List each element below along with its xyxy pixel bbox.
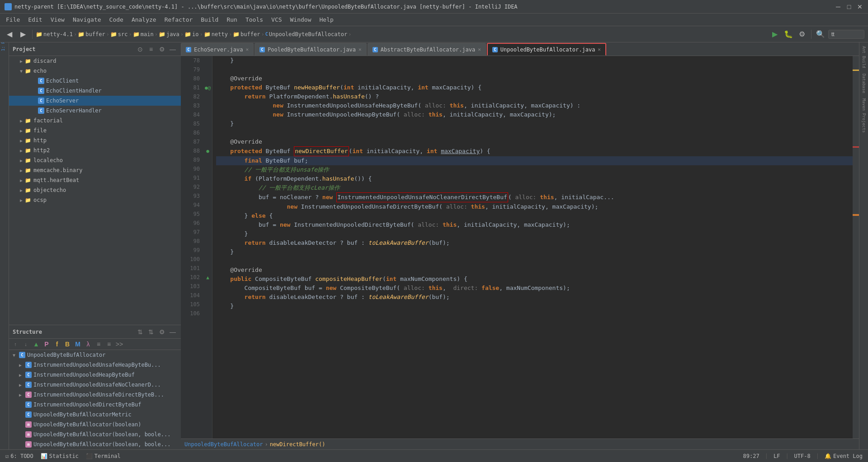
menu-navigate[interactable]: Navigate [69, 15, 105, 24]
breadcrumb-netty2[interactable]: 📁 [204, 31, 211, 37]
struct-hide-btn[interactable]: — [168, 327, 177, 336]
breadcrumb-buffer-label[interactable]: buffer [85, 31, 105, 37]
tree-item-factorial[interactable]: ▶ 📁 factorial [9, 116, 181, 126]
maximize-button[interactable]: □ [845, 3, 853, 10]
breadcrumb-src-label[interactable]: src [118, 31, 128, 37]
search-input[interactable] [828, 30, 864, 39]
tree-item-ocsp[interactable]: ▶ 📁 ocsp [9, 195, 181, 205]
tree-item-mqtt[interactable]: ▶ 📁 mqtt.heartBeat [9, 175, 181, 185]
search-everywhere-button[interactable]: 🔍 [815, 28, 826, 40]
breadcrumb-java-label[interactable]: java [166, 31, 179, 37]
tree-item-localecho[interactable]: ▶ 📁 localecho [9, 155, 181, 165]
menu-help[interactable]: Help [316, 15, 337, 24]
menu-file[interactable]: File [2, 15, 24, 24]
tab-close-echoserver[interactable]: ✕ [245, 47, 249, 52]
breadcrumb-io[interactable]: 📁 [184, 31, 191, 37]
breadcrumb-method-part[interactable]: newDirectBuffer() [270, 441, 326, 448]
tree-item-discard[interactable]: ▶ 📁 discard [9, 56, 181, 66]
maven-icon[interactable]: Maven Projects [862, 97, 866, 135]
tree-item-objectecho[interactable]: ▶ 📁 objectecho [9, 185, 181, 195]
tab-unpooled[interactable]: C UnpooledByteBufAllocator.java ✕ [487, 43, 606, 56]
minimize-button[interactable]: ─ [835, 3, 842, 10]
sort-type-btn[interactable]: ⇅ [146, 327, 156, 336]
statistic-status[interactable]: 📊 Statistic [39, 453, 80, 459]
breadcrumb-buffer[interactable]: 📁 [78, 31, 85, 37]
window-controls[interactable]: ─ □ ✕ [835, 3, 863, 10]
tab-pooledallocator[interactable]: C PooledByteBufAllocator.java ✕ [255, 43, 367, 56]
struct-m-btn[interactable]: M [73, 340, 82, 349]
breadcrumb-class[interactable]: C [265, 32, 268, 37]
menu-code[interactable]: Code [106, 15, 127, 24]
menu-vcs[interactable]: VCS [268, 15, 285, 24]
tree-item-echoclient[interactable]: C EchoClient [9, 76, 181, 86]
line-ending-status[interactable]: LF [772, 453, 782, 459]
sort-alpha-btn[interactable]: ⇅ [136, 327, 145, 336]
menu-view[interactable]: View [47, 15, 68, 24]
breadcrumb-main-label[interactable]: main [141, 31, 154, 37]
project-settings-btn[interactable]: ⚙ [157, 45, 166, 54]
tab-echoserver[interactable]: C EchoServer.java ✕ [181, 43, 254, 56]
tab-close-pooled[interactable]: ✕ [359, 47, 362, 52]
breadcrumb-netty[interactable]: 📁 [36, 31, 42, 37]
tree-item-file[interactable]: ▶ 📁 file [9, 126, 181, 135]
ant-build-icon[interactable]: Ant Build [862, 44, 866, 70]
struct-item-2[interactable]: ▶ C InstrumentedUnpooledHeapByteBuf [9, 370, 181, 380]
struct-item-6[interactable]: C UnpooledByteBufAllocatorMetric [9, 410, 181, 420]
struct-item-5[interactable]: C InstrumentedUnpooledDirectByteBuf [9, 400, 181, 410]
struct-b-btn[interactable]: B [63, 340, 72, 349]
sort-asc-btn[interactable]: ↑ [11, 340, 20, 349]
struct-settings-btn[interactable]: ⚙ [157, 327, 166, 336]
project-hide-btn[interactable]: — [168, 45, 177, 54]
encoding-status[interactable]: UTF-8 [793, 453, 812, 459]
tree-item-echo[interactable]: ▼ 📁 echo [9, 66, 181, 76]
tree-item-echoclienthandler[interactable]: C EchoClientHandler [9, 86, 181, 96]
breadcrumb-buffer2-label[interactable]: buffer [241, 31, 260, 37]
struct-item-root[interactable]: ▼ C UnpooledByteBufAllocator [9, 350, 181, 360]
menu-tools[interactable]: Tools [242, 15, 267, 24]
menu-analyze[interactable]: Analyze [128, 15, 160, 24]
struct-item-1[interactable]: ▶ C InstrumentedUnpooledUnsafeHeapByteBu… [9, 360, 181, 370]
project-icon[interactable]: 1: Project [1, 45, 8, 51]
menu-run[interactable]: Run [223, 15, 241, 24]
struct-arrow-up-btn[interactable]: ▲ [32, 340, 41, 349]
debug-button[interactable]: 🐛 [783, 28, 794, 40]
tab-abstract[interactable]: C AbstractByteBufAllocator.java ✕ [368, 43, 486, 56]
event-log-status[interactable]: 🔔 Event Log [823, 453, 864, 459]
tree-item-echoserverhandler[interactable]: C EchoServerHandler [9, 106, 181, 116]
menu-window[interactable]: Window [287, 15, 315, 24]
breadcrumb-java[interactable]: 📁 [159, 31, 165, 37]
terminal-status[interactable]: ⬛ Terminal [84, 453, 123, 459]
back-button[interactable]: ◀ [4, 28, 15, 40]
code-content[interactable]: } @Override protected ByteBuf newHeapBuf… [212, 56, 853, 439]
database-icon[interactable]: Database [862, 72, 866, 95]
project-scroll-to-btn[interactable]: ⊙ [136, 45, 145, 54]
tree-item-http[interactable]: ▶ 📁 http [9, 135, 181, 145]
breadcrumb-io-label[interactable]: io [192, 31, 198, 37]
tab-close-abstract[interactable]: ✕ [478, 47, 481, 52]
breadcrumb-class-label[interactable]: UnpooledByteBufAllocator [269, 31, 347, 37]
project-collapse-btn[interactable]: ≡ [146, 45, 156, 54]
struct-p-btn[interactable]: P [42, 340, 51, 349]
menu-edit[interactable]: Edit [24, 15, 46, 24]
tree-item-echoserver[interactable]: C EchoServer [9, 96, 181, 106]
struct-item-7[interactable]: m UnpooledByteBufAllocator(boolean) [9, 420, 181, 429]
tree-item-http2[interactable]: ▶ 📁 http2 [9, 145, 181, 155]
breadcrumb-class-part[interactable]: UnpooledByteBufAllocator [184, 441, 263, 448]
settings-button[interactable]: ⚙ [796, 28, 808, 40]
struct-item-9[interactable]: m UnpooledByteBufAllocator(boolean, bool… [9, 439, 181, 449]
todo-status[interactable]: ☑ 6: TODO [4, 453, 35, 459]
struct-expand-btn[interactable]: >> [115, 340, 124, 349]
struct-item-4[interactable]: ▶ C InstrumentedUnpooledUnsafeDirectByte… [9, 390, 181, 400]
struct-f-btn[interactable]: f [52, 340, 61, 349]
forward-button[interactable]: ▶ [17, 28, 29, 40]
breadcrumb-src[interactable]: 📁 [110, 31, 117, 37]
breadcrumb-buffer2[interactable]: 📁 [233, 31, 240, 37]
close-button[interactable]: ✕ [856, 3, 863, 10]
run-button[interactable]: ▶ [769, 28, 781, 40]
breadcrumb-netty2-label[interactable]: netty [212, 31, 228, 37]
struct-item-8[interactable]: m UnpooledByteBufAllocator(boolean, bool… [9, 429, 181, 439]
tree-item-memcache[interactable]: ▶ 📁 memcache.binary [9, 165, 181, 175]
breadcrumb-main[interactable]: 📁 [133, 31, 140, 37]
sort-desc-btn[interactable]: ↓ [21, 340, 30, 349]
menu-refactor[interactable]: Refactor [161, 15, 197, 24]
